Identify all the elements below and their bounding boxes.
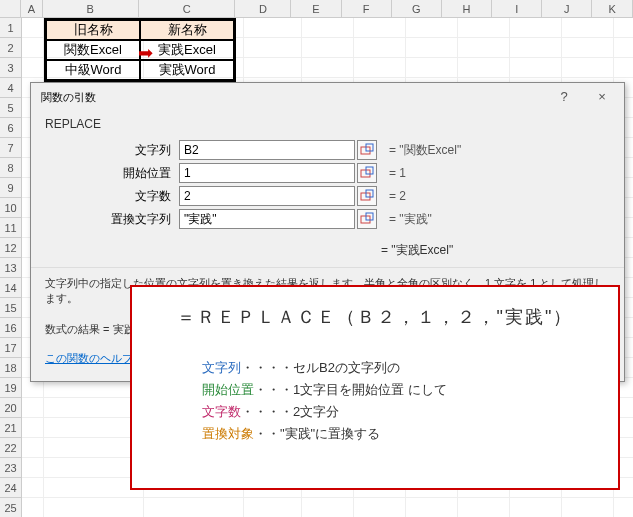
explanation-callout: ＝ＲＥＰＬＡＣＥ（Ｂ２，１，２，"実践"） 文字列・・・・セルB2の文字列の 開… (130, 285, 620, 490)
grid-cell[interactable] (614, 498, 633, 517)
grid-cell[interactable] (244, 18, 302, 38)
row-header[interactable]: 25 (0, 498, 22, 517)
col-header[interactable]: B (43, 0, 139, 18)
row-header[interactable]: 24 (0, 478, 22, 498)
row-header[interactable]: 17 (0, 338, 22, 358)
grid-cell[interactable] (406, 38, 458, 58)
grid-cell[interactable] (562, 58, 614, 78)
row-header[interactable]: 18 (0, 358, 22, 378)
row-header[interactable]: 4 (0, 78, 22, 98)
grid-cell[interactable] (510, 498, 562, 517)
grid-cell[interactable] (614, 18, 633, 38)
grid-cell[interactable] (614, 58, 633, 78)
row-header[interactable]: 13 (0, 258, 22, 278)
cell-b3[interactable]: 中級Word (46, 60, 140, 80)
grid-cell[interactable] (510, 58, 562, 78)
arg2-input[interactable] (179, 163, 355, 183)
col-header[interactable]: A (21, 0, 42, 18)
grid-cell[interactable] (354, 498, 406, 517)
grid-cell[interactable] (44, 458, 144, 478)
row-header[interactable]: 2 (0, 38, 22, 58)
row-header[interactable]: 3 (0, 58, 22, 78)
row-header[interactable]: 9 (0, 178, 22, 198)
row-header[interactable]: 21 (0, 418, 22, 438)
arg1-input[interactable] (179, 140, 355, 160)
grid-cell[interactable] (44, 398, 144, 418)
grid-cell[interactable] (510, 18, 562, 38)
row-header[interactable]: 6 (0, 118, 22, 138)
arg3-input[interactable] (179, 186, 355, 206)
grid-cell[interactable] (44, 498, 144, 517)
grid-cell[interactable] (614, 38, 633, 58)
grid-cell[interactable] (302, 38, 354, 58)
grid-cell[interactable] (22, 18, 44, 38)
row-header[interactable]: 15 (0, 298, 22, 318)
cell-b2[interactable]: 関数Excel (46, 40, 140, 60)
row-header[interactable]: 11 (0, 218, 22, 238)
grid-cell[interactable] (354, 18, 406, 38)
cell-c3[interactable]: 実践Word (140, 60, 234, 80)
row-header[interactable]: 10 (0, 198, 22, 218)
row-header[interactable]: 19 (0, 378, 22, 398)
grid-cell[interactable] (562, 38, 614, 58)
grid-cell[interactable] (510, 38, 562, 58)
grid-cell[interactable] (22, 438, 44, 458)
row-header[interactable]: 8 (0, 158, 22, 178)
grid-cell[interactable] (22, 458, 44, 478)
col-header[interactable]: F (342, 0, 392, 18)
col-header[interactable]: E (291, 0, 341, 18)
arg4-input[interactable] (179, 209, 355, 229)
grid-cell[interactable] (22, 398, 44, 418)
grid-cell[interactable] (22, 418, 44, 438)
grid-cell[interactable] (144, 498, 244, 517)
grid-cell[interactable] (458, 38, 510, 58)
cell-c2[interactable]: 実践Excel (140, 40, 234, 60)
col-header[interactable]: I (492, 0, 542, 18)
grid-cell[interactable] (354, 58, 406, 78)
grid-cell[interactable] (22, 498, 44, 517)
grid-cell[interactable] (44, 478, 144, 498)
close-button[interactable]: × (588, 87, 616, 107)
grid-cell[interactable] (562, 18, 614, 38)
grid-cell[interactable] (244, 38, 302, 58)
grid-cell[interactable] (22, 478, 44, 498)
row-header[interactable]: 23 (0, 458, 22, 478)
grid-cell[interactable] (244, 498, 302, 517)
grid-cell[interactable] (244, 58, 302, 78)
grid-cell[interactable] (302, 498, 354, 517)
range-select-icon[interactable] (357, 163, 377, 183)
grid-cell[interactable] (44, 438, 144, 458)
range-select-icon[interactable] (357, 186, 377, 206)
row-header[interactable]: 14 (0, 278, 22, 298)
grid-cell[interactable] (458, 498, 510, 517)
col-header[interactable]: J (542, 0, 592, 18)
help-button[interactable]: ? (550, 87, 578, 107)
col-header[interactable]: C (139, 0, 235, 18)
row-header[interactable]: 22 (0, 438, 22, 458)
grid-cell[interactable] (354, 38, 406, 58)
range-select-icon[interactable] (357, 209, 377, 229)
row-header[interactable]: 7 (0, 138, 22, 158)
col-header[interactable]: K (592, 0, 633, 18)
row-header[interactable]: 16 (0, 318, 22, 338)
range-select-icon[interactable] (357, 140, 377, 160)
grid-cell[interactable] (406, 18, 458, 38)
col-header[interactable]: H (442, 0, 492, 18)
grid-cell[interactable] (22, 38, 44, 58)
row-header[interactable]: 12 (0, 238, 22, 258)
grid-cell[interactable] (302, 58, 354, 78)
row-header[interactable]: 5 (0, 98, 22, 118)
grid-cell[interactable] (458, 18, 510, 38)
col-header[interactable]: G (392, 0, 442, 18)
grid-cell[interactable] (406, 58, 458, 78)
grid-cell[interactable] (406, 498, 458, 517)
row-header[interactable]: 1 (0, 18, 22, 38)
col-header[interactable]: D (235, 0, 291, 18)
arg3-label: 文字数 (51, 188, 179, 205)
grid-cell[interactable] (458, 58, 510, 78)
grid-cell[interactable] (562, 498, 614, 517)
grid-cell[interactable] (302, 18, 354, 38)
row-header[interactable]: 20 (0, 398, 22, 418)
grid-cell[interactable] (44, 418, 144, 438)
grid-cell[interactable] (22, 58, 44, 78)
